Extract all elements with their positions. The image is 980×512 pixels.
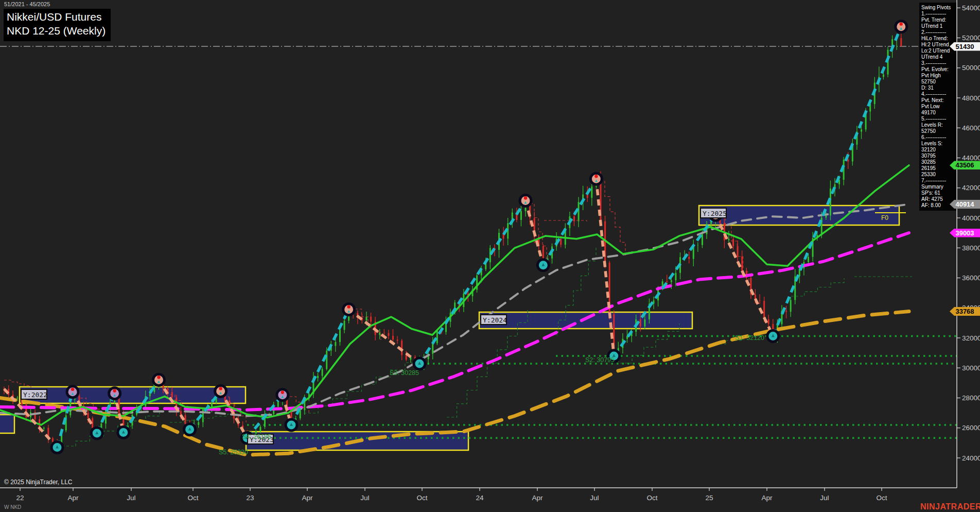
ma-fast-green [0, 165, 909, 425]
y-tick-label: 28000 [962, 394, 980, 402]
y-tick-label: 50000 [962, 64, 980, 72]
y-tick-label: 46000 [962, 124, 980, 132]
x-tick-label: Jul [820, 494, 829, 502]
side-panel-line: 5.------------ [921, 116, 956, 122]
y-tick-label: 30000 [962, 364, 980, 372]
pivot-high-dot [594, 175, 598, 178]
series-label: W NKD [4, 504, 21, 510]
zigzag-up-leg [419, 201, 526, 364]
year-chip-label: Y:2024 [483, 316, 507, 324]
pivot-high-dot [157, 376, 160, 379]
price-tag-slowest-ma: 33768 [950, 307, 980, 316]
support-levels [247, 336, 957, 438]
red-trail-step-line [544, 220, 587, 221]
side-panel-line: 6.------------ [921, 134, 956, 141]
year-box [0, 415, 14, 433]
side-panel-line: UTrend 4 [921, 54, 956, 60]
ninjatrader-logo: NINJATRADER [920, 502, 980, 511]
x-tick-label: 24 [476, 494, 484, 502]
pivot-high-dot [900, 22, 903, 25]
side-panel-line: SP's: 61 [921, 190, 956, 196]
visible-range-label: 51/2021 - 45/2025 [4, 1, 50, 7]
ma-slow-magenta [0, 233, 909, 410]
side-panel-line: Pvt Low [921, 104, 956, 110]
side-panel-line: 52750 [921, 79, 956, 85]
instrument-title: Nikkei/USD Futures NKD 12-25 (Weekly) [4, 9, 111, 41]
y-tick-label: 52000 [962, 34, 980, 42]
pivot-high-dot [113, 389, 116, 392]
side-panel-line: Lo:2 UTrend [921, 48, 956, 54]
y-tick-label: 24000 [962, 454, 980, 462]
y-tick-label: 26000 [962, 424, 980, 432]
side-panel-line: Pvt. Trend: [921, 17, 956, 23]
y-tick-label: 32000 [962, 334, 980, 342]
year-range-boxes [0, 206, 899, 450]
x-tick-label: Apr [67, 494, 79, 502]
y-tick-label: 48000 [962, 94, 980, 102]
support-level-label: S2: 30795 [585, 356, 615, 364]
side-panel-line: Pvt. Evolve: [921, 66, 956, 73]
side-panel-line: 52750 [921, 128, 956, 134]
side-panel-line: 4.------------ [921, 91, 956, 97]
green-trail-step-line [304, 355, 419, 413]
side-panel-line: 1.------------ [921, 11, 956, 17]
year-chip-label: Y:2025 [703, 210, 727, 217]
side-panel-line: Pvt High [921, 73, 956, 79]
x-tick-label: 22 [16, 494, 24, 502]
side-panel-line: 7.------------ [921, 178, 956, 184]
year-chip-label: Y:2022 [23, 391, 47, 399]
side-panel-line: 49170 [921, 110, 956, 116]
year-box [699, 206, 899, 225]
x-tick-label: Jul [590, 494, 599, 502]
y-tick-label: 42000 [962, 184, 980, 192]
x-tick-label: Oct [876, 494, 887, 502]
side-panel-line: Summary [921, 184, 956, 190]
x-tick-label: Jul [360, 494, 369, 502]
y-tick-label: 54000 [962, 4, 980, 12]
y-tick-label: 38000 [962, 244, 980, 252]
side-panel-line: Pvt. Next: [921, 97, 956, 104]
x-tick-label: 25 [705, 494, 713, 502]
side-panel-line: Levels R: [921, 122, 956, 128]
instrument-name: Nikkei/USD Futures [7, 10, 106, 24]
support-level-label: S4: 26195 [242, 433, 271, 440]
fib-label: F0 [881, 214, 888, 221]
support-level-label: S1: 32120 [735, 334, 764, 342]
x-tick-label: Jul [127, 494, 135, 502]
x-tick-label: 23 [246, 494, 254, 502]
price-tag-fast-ma: 43506 [950, 161, 980, 169]
side-panel-line: AR: 4275 [921, 196, 956, 202]
copyright-label: © 2025 NinjaTrader, LLC [4, 479, 72, 486]
price-chart[interactable]: Y:2022Y:2023Y:2024Y:2025S1: 32120S2: 307… [0, 0, 980, 512]
pivot-high-dot [524, 196, 527, 199]
x-tick-label: Apr [302, 494, 313, 502]
price-tag-last-price: 51430 [950, 42, 980, 51]
green-trail-step-line [62, 411, 160, 446]
x-tick-label: Oct [187, 494, 198, 502]
y-tick-label: 44000 [962, 154, 980, 162]
price-tag-mid-ma: 40914 [950, 200, 980, 209]
side-panel-line: D: 31 [921, 85, 956, 91]
side-panel-line: 25330 [921, 172, 956, 178]
swing-zigzag [4, 27, 901, 448]
x-tick-label: Oct [416, 494, 427, 502]
chart-window: Y:2022Y:2023Y:2024Y:2025S1: 32120S2: 307… [0, 0, 980, 512]
green-trail-step-line [791, 278, 844, 296]
side-panel-line: 3.------------ [921, 60, 956, 66]
x-tick-label: Apr [532, 494, 543, 502]
support-level-label: S3: 30285 [390, 369, 419, 377]
price-tag-slow-ma: 39003 [950, 229, 980, 237]
side-panel-line: HiLo Trend: [921, 36, 956, 42]
zigzag-up-leg [773, 27, 901, 336]
swing-pivots-panel: Swing Pivots1.------------Pvt. Trend:UTr… [919, 3, 956, 211]
side-panel-line: UTrend 1 [921, 23, 956, 29]
side-panel-line: 32120 [921, 147, 956, 153]
zigzag-up-leg [543, 179, 596, 265]
side-panel-line: Levels S: [921, 141, 956, 147]
instrument-contract: NKD 12-25 (Weekly) [7, 24, 106, 38]
pivot-high-dot [281, 390, 284, 394]
side-panel-line: Swing Pivots [921, 5, 956, 11]
x-tick-label: Apr [761, 494, 773, 502]
pivot-high-dot [219, 387, 222, 390]
side-panel-line: 30795 [921, 153, 956, 159]
